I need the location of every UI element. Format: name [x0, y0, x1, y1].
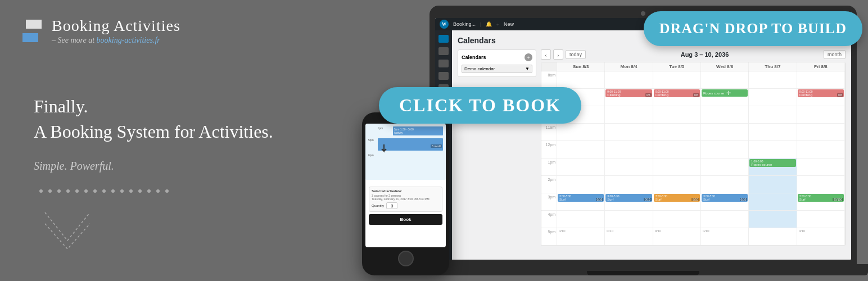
cal-time-11am: 11am	[541, 124, 557, 140]
tagline-line2: A Booking System for Activities.	[34, 119, 337, 144]
cal-cell-5pm-sun: 0/10	[557, 228, 605, 245]
cal-cell-3pm-wed: 3:00-5:30 Surf 0/10	[701, 193, 749, 210]
cal-cell-2pm-tue	[653, 176, 701, 193]
wp-logo: W	[440, 20, 449, 29]
left-section: Booking Activities – See more at booking…	[0, 0, 360, 281]
wp-bar-icon: 🔔	[486, 21, 492, 27]
cal-cell-2pm-sun	[557, 176, 605, 193]
ph-time3: 6pm	[368, 153, 377, 157]
dot-11	[129, 189, 133, 193]
cal-cell-4pm-tue	[653, 211, 701, 228]
cal-cell-10am-wed	[701, 106, 749, 123]
badge-5pm-sun: 0/10	[558, 229, 604, 233]
logo-title: Booking Activities	[52, 17, 180, 35]
cal-time-8am: 8am	[541, 71, 557, 88]
cal-cell-9am-mon: 9:00-11:00 Climbing 0/6	[605, 89, 653, 106]
cal-cell-12pm-thu	[749, 141, 797, 158]
cal-header-wed: Wed 8/6	[701, 62, 749, 71]
wp-bar-new: New	[504, 21, 514, 27]
cal-header-row: Sun 8/3 Mon 8/4 Tue 8/5 Wed 8/6 Thu 8/7 …	[541, 62, 845, 71]
dot-7	[93, 189, 97, 193]
cal-cell-5pm-mon: 0/10	[605, 228, 653, 245]
cal-cell-5pm-thu	[749, 228, 797, 245]
drag-drop-text: Drag'n drop to build	[659, 20, 847, 37]
laptop-screen-inner: W Booking... | 🔔 + New	[435, 18, 851, 260]
cal-cell-11am-thu	[749, 124, 797, 140]
cal-cell-5pm-wed: 0/10	[701, 228, 749, 245]
logo-area: Booking Activities – See more at booking…	[22, 17, 337, 45]
cal-cell-8am-mon	[605, 71, 653, 88]
today-btn[interactable]: today	[566, 50, 586, 59]
cal-cell-8am-thu	[749, 71, 797, 88]
cal-cell-8am-wed	[701, 71, 749, 88]
event-climbing-tue[interactable]: 9:00-11:00 Climbing 0/6	[654, 89, 700, 97]
cal-cell-11am-mon	[605, 124, 653, 140]
arrow-down-icon	[379, 143, 391, 155]
dot-9	[111, 189, 115, 193]
sidebar-icon-3	[438, 60, 449, 67]
calendar-add-icon[interactable]: +	[525, 53, 532, 61]
cal-row-2pm: 2pm	[541, 176, 845, 193]
phone-booking-detail2: Tuesday, February 21, 2017 3:00 PM-3:30 …	[372, 197, 440, 201]
sidebar-icon-4	[438, 72, 449, 80]
tagline-area: Finally. A Booking System for Activities…	[22, 79, 337, 264]
cal-cell-8am-fri	[797, 71, 845, 88]
cal-cell-3pm-mon: 3:00-5:30 Surf 0/10	[605, 193, 653, 210]
prev-btn[interactable]: ‹	[541, 49, 551, 60]
click-to-book-bubble[interactable]: Click to book	[379, 87, 581, 124]
event-surf-fri[interactable]: 3:00-5:30 Surf 90/150	[798, 194, 844, 202]
cal-cell-1pm-mon	[605, 158, 653, 175]
cal-time-5pm: 5pm	[541, 228, 557, 245]
cal-row-5pm: 5pm 0/10 0/10 0/10	[541, 228, 845, 246]
cal-header-sun: Sun 8/3	[557, 62, 605, 71]
calendar-main: ‹ › today Aug 3 – 10, 2036 month	[541, 49, 846, 246]
calendar-widget-label: Calendars	[462, 55, 486, 60]
cal-cell-1pm-sun	[557, 158, 605, 175]
sidebar-icon-2	[438, 47, 449, 55]
event-ropes-thu-1pm[interactable]: 1:00-5:00 Ropes course	[749, 159, 795, 167]
dot-4	[66, 189, 70, 193]
quantity-input[interactable]: 3	[386, 202, 397, 209]
cal-cell-11am-sun	[557, 124, 605, 140]
event-surf-mon[interactable]: 3:00-5:30 Surf 0/10	[605, 194, 652, 202]
dot-5	[75, 189, 79, 193]
ph-ev2-badge: 3 avail	[431, 144, 442, 148]
book-button[interactable]: Book	[369, 214, 442, 225]
date-range: Aug 3 – 10, 2036	[588, 51, 821, 58]
cal-cell-5pm-fri: 0/10	[797, 228, 845, 245]
cal-row-12pm: 12pm	[541, 141, 845, 158]
cal-cell-1pm-tue	[653, 158, 701, 175]
logo-icon-bottom	[22, 33, 38, 42]
phone-home-button[interactable]	[398, 251, 414, 266]
dot-6	[84, 189, 88, 193]
cal-row-8am: 8am	[541, 71, 845, 89]
phone-booking-title: Selected schedule:	[372, 189, 440, 193]
click-to-book-text: Click to book	[399, 95, 561, 115]
cal-cell-2pm-wed	[701, 176, 749, 193]
select-arrow: ▼	[525, 66, 530, 71]
logo-text-area: Booking Activities – See more at booking…	[52, 17, 180, 45]
cal-cell-9am-tue: 9:00-11:00 Climbing 0/6	[653, 89, 701, 106]
cal-header-mon: Mon 8/4	[605, 62, 653, 71]
dot-13	[147, 189, 151, 193]
cal-cell-12pm-fri	[797, 141, 845, 158]
badge-5pm-fri: 0/10	[798, 229, 844, 233]
logo-link[interactable]: booking-activities.fr	[97, 36, 160, 44]
drag-drop-bubble[interactable]: Drag'n drop to build	[644, 11, 862, 46]
event-climbing-mon[interactable]: 9:00-11:00 Climbing 0/6	[605, 89, 652, 97]
cal-cell-4pm-wed	[701, 211, 749, 228]
dot-3	[57, 189, 61, 193]
month-btn[interactable]: month	[824, 50, 846, 59]
event-surf-sun[interactable]: 3:00-5:30 Surf 0/10	[558, 194, 604, 202]
cal-cell-3pm-fri: 3:00-5:30 Surf 90/150	[797, 193, 845, 210]
event-surf-tue[interactable]: 3:00-5:30 Surf 5/10	[654, 194, 700, 202]
event-ropes-wed[interactable]: Ropes course ✛	[702, 89, 748, 97]
wp-bar-sep1: |	[480, 21, 481, 27]
next-btn[interactable]: ›	[553, 49, 563, 60]
event-climbing-fri[interactable]: 9:00-11:00 Climbing 0/6	[798, 89, 844, 97]
dot-15	[165, 189, 169, 193]
demo-calendar-select[interactable]: Demo calendar ▼	[462, 65, 532, 73]
dot-2	[48, 189, 52, 193]
page-content: Calendars Calendars + Demo calendar	[452, 30, 851, 260]
event-surf-wed[interactable]: 3:00-5:30 Surf 0/10	[702, 194, 748, 202]
